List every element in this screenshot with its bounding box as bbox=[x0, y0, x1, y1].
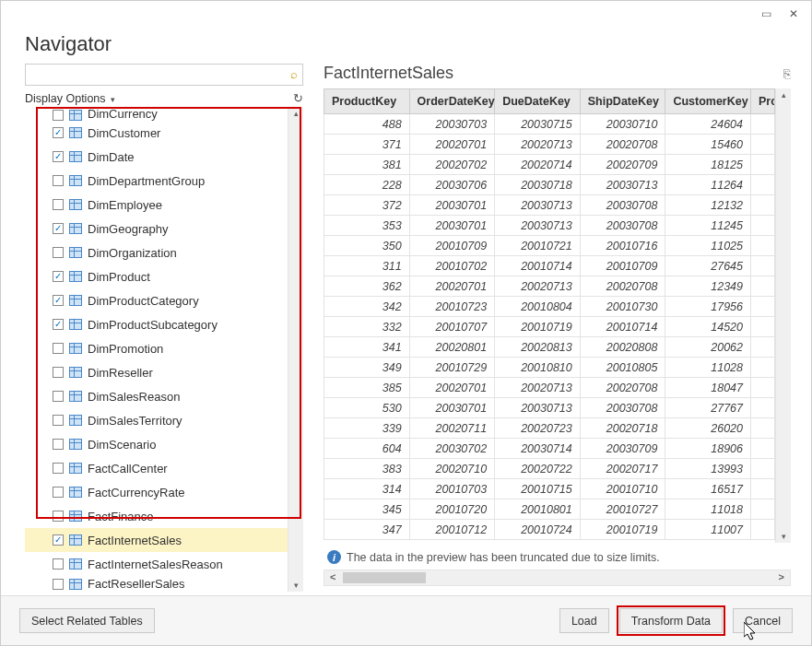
close-icon[interactable]: ✕ bbox=[780, 4, 807, 24]
tree-item-label: DimOrganization bbox=[88, 246, 177, 260]
table-row[interactable]: 34120020801200208132002080820062 bbox=[324, 337, 775, 358]
tree-item-dimgeography[interactable]: DimGeography bbox=[25, 217, 288, 241]
preview-grid[interactable]: ProductKeyOrderDateKeyDueDateKeyShipDate… bbox=[324, 88, 775, 543]
table-row[interactable]: 38520020701200207132002070818047 bbox=[324, 378, 775, 398]
table-row[interactable]: 37120020701200207132002070815460 bbox=[324, 135, 775, 155]
col-header[interactable]: ShipDateKey bbox=[580, 89, 665, 114]
tree-item-dimcustomer[interactable]: DimCustomer bbox=[25, 121, 288, 145]
table-row[interactable]: 33920020711200207232002071826020 bbox=[324, 418, 775, 439]
checkbox[interactable] bbox=[53, 110, 64, 121]
tree-item-dimpromotion[interactable]: DimPromotion bbox=[25, 336, 288, 360]
table-row[interactable]: 35320030701200307132003070811245 bbox=[324, 216, 775, 236]
tree-item-dimproductsubcategory[interactable]: DimProductSubcategory bbox=[25, 312, 288, 336]
table-tree[interactable]: DimCurrencyDimCustomerDimDateDimDepartme… bbox=[25, 107, 288, 592]
maximize-icon[interactable]: ▭ bbox=[752, 4, 780, 24]
tree-item-label: DimScenario bbox=[88, 438, 156, 452]
checkbox[interactable] bbox=[53, 175, 64, 186]
col-header[interactable]: Pro bbox=[751, 89, 775, 114]
tree-item-factcallcenter[interactable]: FactCallCenter bbox=[25, 456, 288, 480]
preview-options-icon[interactable]: ⎘ bbox=[783, 66, 791, 81]
transform-data-button[interactable]: Transform Data bbox=[619, 608, 723, 633]
display-options-dropdown[interactable]: Display Options ▾ bbox=[25, 92, 115, 105]
tree-item-dimproduct[interactable]: DimProduct bbox=[25, 264, 288, 288]
tree-item-dimdate[interactable]: DimDate bbox=[25, 145, 288, 169]
checkbox[interactable] bbox=[53, 487, 64, 498]
checkbox[interactable] bbox=[53, 367, 64, 378]
table-row[interactable]: 35020010709200107212001071611025 bbox=[324, 236, 775, 256]
checkbox[interactable] bbox=[53, 295, 64, 306]
tree-item-dimemployee[interactable]: DimEmployee bbox=[25, 193, 288, 217]
tree-item-factfinance[interactable]: FactFinance bbox=[25, 504, 288, 528]
checkbox[interactable] bbox=[53, 391, 64, 402]
col-header[interactable]: OrderDateKey bbox=[409, 89, 495, 114]
tree-item-dimsalesterritory[interactable]: DimSalesTerritory bbox=[25, 408, 288, 432]
tree-scrollbar[interactable]: ▴▾ bbox=[288, 107, 303, 592]
preview-title: FactInternetSales bbox=[324, 64, 453, 83]
load-button[interactable]: Load bbox=[559, 608, 609, 633]
tree-item-label: DimSalesReason bbox=[88, 390, 180, 404]
table-row[interactable]: 38320020710200207222002071713993 bbox=[324, 459, 775, 479]
tree-item-dimsalesreason[interactable]: DimSalesReason bbox=[25, 384, 288, 408]
tree-item-factinternetsales[interactable]: FactInternetSales bbox=[25, 528, 288, 552]
checkbox[interactable] bbox=[53, 558, 64, 570]
checkbox[interactable] bbox=[53, 415, 64, 426]
checkbox[interactable] bbox=[53, 319, 64, 330]
tree-item-factresellersales[interactable]: FactResellerSales bbox=[25, 576, 288, 592]
table-icon bbox=[69, 127, 82, 138]
checkbox[interactable] bbox=[53, 511, 64, 522]
highlight-box-transform: Transform Data bbox=[617, 605, 725, 636]
tree-item-label: DimSalesTerritory bbox=[88, 414, 182, 428]
table-row[interactable]: 31120010702200107142001070927645 bbox=[324, 256, 775, 276]
table-row[interactable]: 34720010712200107242001071911007 bbox=[324, 520, 775, 540]
table-row[interactable]: 31420010703200107152001071016517 bbox=[324, 479, 775, 499]
table-icon bbox=[69, 579, 82, 590]
grid-vscrollbar[interactable]: ▴ ▾ bbox=[775, 88, 791, 543]
tree-item-label: DimPromotion bbox=[88, 342, 163, 356]
tree-item-label: DimProductCategory bbox=[88, 294, 199, 308]
tree-item-dimreseller[interactable]: DimReseller bbox=[25, 360, 288, 384]
table-row[interactable]: 34920010729200108102001080511028 bbox=[324, 358, 775, 378]
tree-item-dimorganization[interactable]: DimOrganization bbox=[25, 241, 288, 264]
checkbox[interactable] bbox=[53, 271, 64, 282]
tree-item-factcurrencyrate[interactable]: FactCurrencyRate bbox=[25, 480, 288, 504]
table-icon bbox=[69, 151, 82, 162]
table-row[interactable]: 38120020702200207142002070918125 bbox=[324, 155, 775, 175]
search-input[interactable] bbox=[25, 64, 303, 86]
truncation-info: The data in the preview has been truncat… bbox=[347, 551, 660, 564]
checkbox[interactable] bbox=[53, 127, 64, 138]
grid-hscrollbar[interactable]: <> bbox=[324, 570, 791, 586]
table-row[interactable]: 22820030706200307182003071311264 bbox=[324, 175, 775, 195]
table-row[interactable]: 34220010723200108042001073017956 bbox=[324, 297, 775, 317]
table-row[interactable]: 36220020701200207132002070812349 bbox=[324, 276, 775, 297]
refresh-icon[interactable]: ↻ bbox=[293, 91, 303, 105]
col-header[interactable]: DueDateKey bbox=[495, 89, 581, 114]
tree-item-dimproductcategory[interactable]: DimProductCategory bbox=[25, 288, 288, 312]
checkbox[interactable] bbox=[53, 247, 64, 258]
tree-item-label: DimDepartmentGroup bbox=[88, 174, 205, 188]
table-row[interactable]: 53020030701200307132003070827767 bbox=[324, 398, 775, 418]
table-row[interactable]: 33220010707200107192001071414520 bbox=[324, 317, 775, 337]
tree-item-dimscenario[interactable]: DimScenario bbox=[25, 432, 288, 456]
checkbox[interactable] bbox=[53, 534, 64, 546]
table-row[interactable]: 34520010720200108012001072711018 bbox=[324, 499, 775, 520]
checkbox[interactable] bbox=[53, 343, 64, 354]
checkbox[interactable] bbox=[53, 439, 64, 450]
table-row[interactable]: 37220030701200307132003070812132 bbox=[324, 195, 775, 216]
checkbox[interactable] bbox=[53, 463, 64, 474]
checkbox[interactable] bbox=[53, 579, 64, 590]
table-row[interactable]: 60420030702200307142003070918906 bbox=[324, 439, 775, 459]
tree-item-dimdepartmentgroup[interactable]: DimDepartmentGroup bbox=[25, 169, 288, 193]
checkbox[interactable] bbox=[53, 151, 64, 162]
tree-item-label: FactFinance bbox=[88, 510, 154, 523]
preview-panel: FactInternetSales ⎘ ProductKeyOrderDateK… bbox=[324, 64, 791, 586]
search-icon[interactable]: ⌕ bbox=[290, 67, 298, 81]
tree-item-factinternetsalesreason[interactable]: FactInternetSalesReason bbox=[25, 552, 288, 576]
tree-item-dimcurrency[interactable]: DimCurrency bbox=[25, 107, 288, 121]
cancel-button[interactable]: Cancel bbox=[733, 608, 793, 633]
col-header[interactable]: CustomerKey bbox=[665, 89, 751, 114]
select-related-tables-button[interactable]: Select Related Tables bbox=[19, 608, 155, 633]
col-header[interactable]: ProductKey bbox=[324, 89, 410, 114]
checkbox[interactable] bbox=[53, 199, 64, 210]
table-row[interactable]: 48820030703200307152003071024604 bbox=[324, 114, 775, 135]
checkbox[interactable] bbox=[53, 223, 64, 234]
